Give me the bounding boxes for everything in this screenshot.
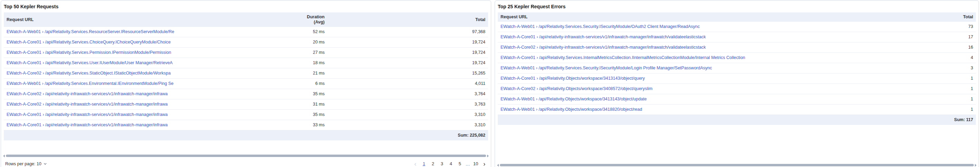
table-row: EWatch-A-Web01 › /api/Relativity.Service…: [498, 22, 976, 32]
duration-cell: 20 ms: [297, 37, 327, 48]
request-url-link[interactable]: EWatch-A-Core01 › /api/Relativity.Servic…: [501, 55, 828, 60]
table-header-row: Request URL Duration (Avg) Total: [4, 13, 488, 27]
total-cell: 1: [831, 105, 976, 115]
column-header-total[interactable]: Total: [327, 13, 488, 27]
duration-cell: 18 ms: [297, 58, 327, 68]
duration-cell: 31 ms: [297, 99, 327, 110]
table-row: EWatch-A-Core01 › /api/Relativity.Servic…: [4, 37, 488, 48]
panel-top-kepler-requests: Top 50 Kepler Requests Request URL Durat…: [1, 0, 491, 167]
scrollbar-thumb[interactable]: [6, 154, 486, 157]
sum-total: Sum: 117: [831, 115, 976, 125]
sum-total: Sum: 225,082: [327, 130, 488, 141]
page-button-10[interactable]: 10: [471, 161, 480, 167]
total-cell: 97,368: [327, 27, 488, 37]
table-row: EWatch-A-Web01 › /api/Relativity.Service…: [4, 27, 488, 37]
scrollbar-right-arrow-icon[interactable]: [975, 164, 977, 167]
request-url-link[interactable]: EWatch-A-Web01 › /api/Relativity.Objects…: [501, 107, 828, 112]
requests-table: Request URL Duration (Avg) Total EWatch-…: [4, 13, 488, 140]
request-url-link[interactable]: EWatch-A-Core01 › /api/Relativity.Servic…: [6, 40, 294, 45]
total-cell: 17: [831, 32, 976, 43]
column-header-request-url[interactable]: Request URL: [498, 13, 831, 22]
table-row: EWatch-A-Web01 › /api/Relativity.Objects…: [498, 94, 976, 105]
request-url-link[interactable]: EWatch-A-Web01 › /api/Relativity.Service…: [6, 81, 294, 86]
duration-cell: 35 ms: [297, 89, 327, 99]
column-header-duration-avg[interactable]: Duration (Avg): [297, 13, 327, 27]
sum-row: Sum: 117: [498, 115, 976, 125]
table-row: EWatch-A-Core01 › /api/Relativity.Servic…: [498, 53, 976, 63]
table-row: EWatch-A-Core02 › /api/relativity-infraw…: [4, 99, 488, 110]
request-url-link[interactable]: EWatch-A-Web01 › /api/Relativity.Service…: [501, 24, 828, 29]
request-url-link[interactable]: EWatch-A-Core01 › /api/Relativity.Servic…: [6, 50, 294, 55]
total-cell: 4: [831, 53, 976, 63]
table-row: EWatch-A-Core01 › /api/relativity-infraw…: [4, 120, 488, 130]
request-url-link[interactable]: EWatch-A-Core01 › /api/Relativity.Servic…: [6, 60, 294, 65]
duration-cell: 52 ms: [297, 27, 327, 37]
chevron-down-icon: [43, 162, 47, 165]
request-url-link[interactable]: EWatch-A-Core02 › /api/relativity-infraw…: [6, 91, 294, 97]
request-url-link[interactable]: EWatch-A-Web01 › /api/Relativity.Objects…: [501, 97, 828, 102]
total-cell: 19,724: [327, 58, 488, 68]
request-url-link[interactable]: EWatch-A-Core02 › /api/relativity-infraw…: [501, 45, 828, 50]
request-url-link[interactable]: EWatch-A-Core01 › /api/Relativity.Object…: [501, 76, 828, 81]
table-row: EWatch-A-Web01 › /api/Relativity.Service…: [498, 63, 976, 73]
pagination-ellipsis: …: [465, 161, 471, 167]
total-cell: 1: [831, 73, 976, 84]
total-cell: 3,764: [327, 89, 488, 99]
table-footer: Rows per page: 10 ‹ 1 2 3 4 5 … 10 ›: [4, 159, 488, 167]
total-cell: 19,724: [327, 37, 488, 48]
page-button-4[interactable]: 4: [447, 161, 455, 167]
total-cell: 3,763: [327, 99, 488, 110]
request-url-link[interactable]: EWatch-A-Web01 › /api/Relativity.Service…: [501, 65, 828, 71]
rows-per-page-button[interactable]: Rows per page: 10: [4, 161, 48, 167]
pagination: ‹ 1 2 3 4 5 … 10 ›: [412, 161, 488, 167]
table-row: EWatch-A-Web01 › /api/Relativity.Service…: [4, 79, 488, 89]
total-cell: 3: [831, 63, 976, 73]
panel-title: Top 25 Kepler Request Errors: [498, 3, 976, 13]
request-url-link[interactable]: EWatch-A-Core01 › /api/relativity-infraw…: [6, 112, 294, 117]
page-button-5[interactable]: 5: [456, 161, 464, 167]
duration-cell: 27 ms: [297, 48, 327, 58]
total-cell: 73: [831, 22, 976, 32]
table-row: EWatch-A-Core01 › /api/Relativity.Servic…: [4, 48, 488, 58]
table-row: EWatch-A-Core02 › /api/Relativity.Object…: [498, 84, 976, 94]
horizontal-scrollbar[interactable]: [497, 164, 977, 167]
table-row: EWatch-A-Core02 › /api/relativity-infraw…: [4, 89, 488, 99]
horizontal-scrollbar[interactable]: [3, 154, 489, 157]
rows-per-page-label: Rows per page: 10: [5, 161, 41, 166]
total-cell: 19,724: [327, 48, 488, 58]
table-row: EWatch-A-Core02 › /api/Relativity.Servic…: [4, 68, 488, 79]
total-cell: 16: [831, 43, 976, 53]
next-page-button[interactable]: ›: [480, 161, 488, 167]
scrollbar-right-arrow-icon[interactable]: [487, 154, 489, 157]
table-row: EWatch-A-Core01 › /api/relativity-infraw…: [498, 32, 976, 43]
panel-title: Top 50 Kepler Requests: [4, 3, 488, 13]
page-button-1[interactable]: 1: [420, 161, 428, 167]
column-header-total[interactable]: Total: [831, 13, 976, 22]
duration-cell: 21 ms: [297, 68, 327, 79]
page-button-2[interactable]: 2: [429, 161, 437, 167]
duration-cell: 35 ms: [297, 110, 327, 120]
duration-cell: 6 ms: [297, 79, 327, 89]
table-row: EWatch-A-Core01 › /api/Relativity.Object…: [498, 73, 976, 84]
table-row: EWatch-A-Core02 › /api/relativity-infraw…: [498, 43, 976, 53]
total-cell: 15,265: [327, 68, 488, 79]
table-row: EWatch-A-Core01 › /api/Relativity.Servic…: [4, 58, 488, 68]
scrollbar-thumb[interactable]: [500, 164, 974, 166]
scrollbar-left-arrow-icon[interactable]: [3, 154, 5, 157]
request-url-link[interactable]: EWatch-A-Core02 › /api/Relativity.Object…: [501, 86, 828, 91]
column-header-request-url[interactable]: Request URL: [4, 13, 297, 27]
total-cell: 3,310: [327, 120, 488, 130]
previous-page-button[interactable]: ‹: [412, 161, 419, 167]
request-url-link[interactable]: EWatch-A-Core02 › /api/Relativity.Servic…: [6, 71, 294, 76]
request-url-link[interactable]: EWatch-A-Core01 › /api/relativity-infraw…: [501, 35, 828, 40]
total-cell: 1: [831, 94, 976, 105]
scrollbar-left-arrow-icon[interactable]: [497, 164, 499, 167]
request-url-link[interactable]: EWatch-A-Core02 › /api/relativity-infraw…: [6, 102, 294, 107]
duration-cell: 33 ms: [297, 120, 327, 130]
request-url-link[interactable]: EWatch-A-Core01 › /api/relativity-infraw…: [6, 122, 294, 128]
total-cell: 1: [831, 84, 976, 94]
request-url-link[interactable]: EWatch-A-Web01 › /api/Relativity.Service…: [6, 29, 294, 35]
page-button-3[interactable]: 3: [438, 161, 446, 167]
errors-table: Request URL Total EWatch-A-Web01 › /api/…: [498, 13, 976, 125]
sum-row: Sum: 225,082: [4, 130, 488, 141]
